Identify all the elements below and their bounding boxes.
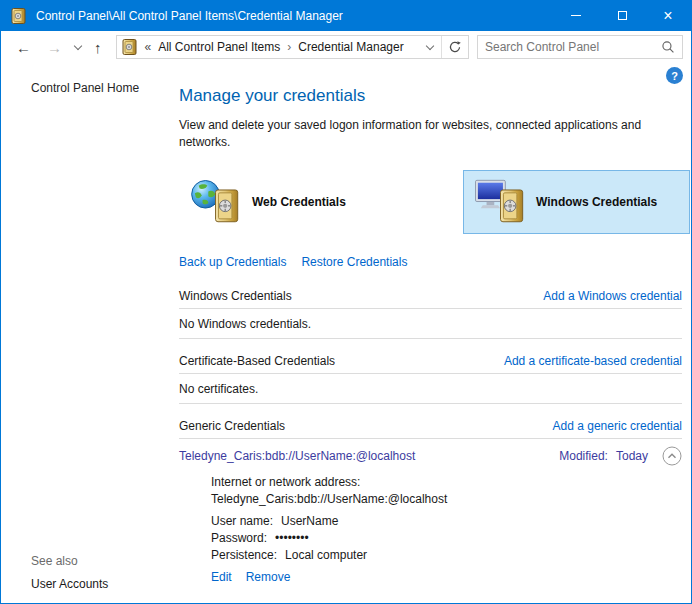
remove-link[interactable]: Remove bbox=[246, 569, 291, 586]
password-value: •••••••• bbox=[275, 531, 309, 545]
address-dropdown-button[interactable] bbox=[419, 43, 441, 51]
minimize-button[interactable] bbox=[553, 0, 599, 31]
credential-modified: Modified:Today bbox=[559, 449, 648, 463]
credential-manager-window: Control Panel\All Control Panel Items\Cr… bbox=[0, 0, 692, 604]
address-label-row: Internet or network address: bbox=[211, 474, 682, 491]
windows-credentials-icon bbox=[475, 179, 527, 225]
web-credentials-tile[interactable]: Web Credentials bbox=[179, 170, 406, 234]
sidebar-item-control-panel-home[interactable]: Control Panel Home bbox=[31, 81, 179, 95]
password-row: Password:•••••••• bbox=[211, 530, 682, 547]
restore-credentials-link[interactable]: Restore Credentials bbox=[301, 255, 407, 269]
modified-value: Today bbox=[616, 449, 648, 463]
sidebar: Control Panel Home See also User Account… bbox=[1, 63, 179, 603]
window-controls: × bbox=[553, 0, 691, 31]
credential-actions: Edit Remove bbox=[211, 569, 682, 586]
page-description: View and delete your saved logon informa… bbox=[179, 117, 681, 151]
page-title: Manage your credentials bbox=[179, 86, 691, 106]
back-button[interactable]: ← bbox=[11, 40, 36, 55]
breadcrumb-overflow-icon[interactable]: « bbox=[145, 40, 152, 54]
add-windows-credential-link[interactable]: Add a Windows credential bbox=[543, 289, 682, 303]
close-icon: × bbox=[663, 8, 672, 24]
username-label: User name: bbox=[211, 514, 273, 528]
close-button[interactable]: × bbox=[645, 0, 691, 31]
maximize-icon bbox=[618, 11, 627, 20]
title-bar: Control Panel\All Control Panel Items\Cr… bbox=[1, 0, 691, 31]
empty-message: No certificates. bbox=[179, 374, 682, 404]
search-input[interactable] bbox=[478, 40, 657, 54]
chevron-up-circle-icon bbox=[662, 446, 682, 466]
help-button[interactable]: ? bbox=[666, 67, 683, 84]
section-generic-credentials: Generic Credentials Add a generic creden… bbox=[179, 419, 682, 439]
persistence-row: Persistence:Local computer bbox=[211, 547, 682, 564]
credential-manager-icon bbox=[11, 8, 27, 24]
credential-type-tiles: Web Credentials Windows Credentials bbox=[179, 170, 691, 234]
section-header-row: Certificate-Based Credentials Add a cert… bbox=[179, 354, 682, 374]
username-row: User name:UserName bbox=[211, 513, 682, 530]
address-value: Teledyne_Caris:bdb://UserName:@localhost bbox=[211, 492, 447, 506]
empty-message: No Windows credentials. bbox=[179, 309, 682, 339]
refresh-icon bbox=[448, 40, 462, 54]
recent-pages-chevron-icon[interactable] bbox=[74, 42, 82, 50]
maximize-button[interactable] bbox=[599, 0, 645, 31]
credential-name-link[interactable]: Teledyne_Caris:bdb://UserName:@localhost bbox=[179, 449, 559, 463]
address-bar[interactable]: « All Control Panel Items › Credential M… bbox=[116, 35, 470, 59]
address-label: Internet or network address: bbox=[211, 475, 360, 489]
section-certificate-credentials: Certificate-Based Credentials Add a cert… bbox=[179, 354, 682, 404]
forward-button[interactable]: → bbox=[42, 40, 67, 55]
persistence-label: Persistence: bbox=[211, 548, 277, 562]
address-credential-manager-icon bbox=[122, 39, 138, 55]
section-header-row: Generic Credentials Add a generic creden… bbox=[179, 419, 682, 439]
windows-credentials-tile[interactable]: Windows Credentials bbox=[463, 170, 690, 234]
username-value: UserName bbox=[281, 514, 338, 528]
credential-entry: Teledyne_Caris:bdb://UserName:@localhost… bbox=[179, 439, 682, 586]
sidebar-item-user-accounts[interactable]: User Accounts bbox=[31, 577, 179, 591]
section-title: Generic Credentials bbox=[179, 419, 285, 433]
section-title: Certificate-Based Credentials bbox=[179, 354, 335, 368]
section-header-row: Windows Credentials Add a Windows creden… bbox=[179, 289, 682, 309]
windows-credentials-label: Windows Credentials bbox=[536, 195, 657, 209]
section-title: Windows Credentials bbox=[179, 289, 292, 303]
up-button[interactable]: ↑ bbox=[89, 40, 107, 55]
main-panel: Manage your credentials View and delete … bbox=[179, 63, 691, 603]
sidebar-see-also-group: See also User Accounts bbox=[31, 554, 179, 591]
credential-details: Internet or network address: Teledyne_Ca… bbox=[211, 474, 682, 586]
refresh-button[interactable] bbox=[442, 40, 468, 54]
add-certificate-credential-link[interactable]: Add a certificate-based credential bbox=[504, 354, 682, 368]
address-value-row: Teledyne_Caris:bdb://UserName:@localhost bbox=[211, 491, 682, 508]
breadcrumb-credential-manager[interactable]: Credential Manager bbox=[298, 40, 403, 54]
backup-restore-links: Back up Credentials Restore Credentials bbox=[179, 255, 691, 269]
window-title: Control Panel\All Control Panel Items\Cr… bbox=[36, 9, 343, 23]
search-icon[interactable] bbox=[661, 40, 675, 54]
credential-entry-header: Teledyne_Caris:bdb://UserName:@localhost… bbox=[179, 439, 682, 466]
edit-link[interactable]: Edit bbox=[211, 569, 232, 586]
collapse-entry-button[interactable] bbox=[662, 446, 682, 466]
password-label: Password: bbox=[211, 531, 267, 545]
chevron-down-icon bbox=[426, 42, 434, 50]
help-icon: ? bbox=[671, 70, 678, 82]
web-credentials-label: Web Credentials bbox=[252, 195, 346, 209]
search-box[interactable] bbox=[477, 35, 683, 59]
breadcrumb-all-control-panel-items[interactable]: All Control Panel Items bbox=[158, 40, 280, 54]
add-generic-credential-link[interactable]: Add a generic credential bbox=[553, 419, 682, 433]
modified-label: Modified: bbox=[559, 449, 608, 463]
backup-credentials-link[interactable]: Back up Credentials bbox=[179, 255, 286, 269]
persistence-value: Local computer bbox=[285, 548, 367, 562]
minimize-icon bbox=[571, 15, 581, 16]
see-also-label: See also bbox=[31, 554, 179, 568]
navigation-bar: ← → ↑ « All Control Panel Items › Creden… bbox=[1, 31, 691, 63]
section-windows-credentials: Windows Credentials Add a Windows creden… bbox=[179, 289, 682, 339]
breadcrumb-separator-icon: › bbox=[287, 40, 291, 54]
content-area: Control Panel Home See also User Account… bbox=[1, 63, 691, 603]
web-credentials-icon bbox=[191, 179, 243, 225]
